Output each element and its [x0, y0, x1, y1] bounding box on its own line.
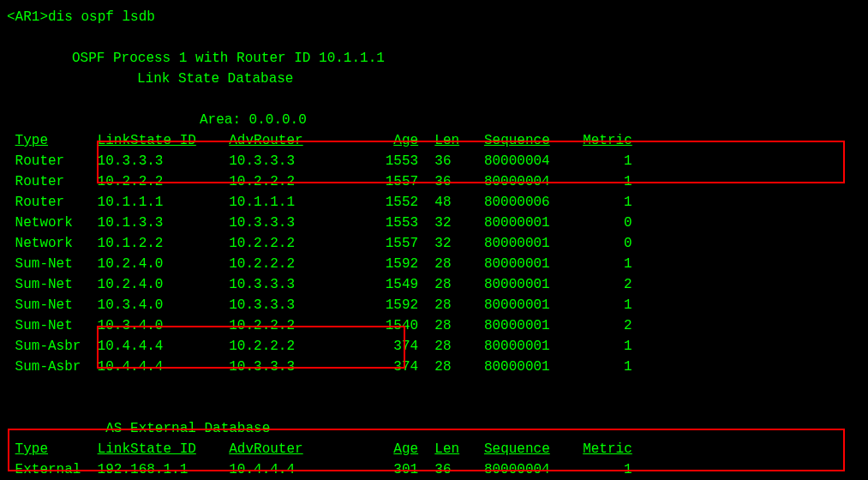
- lsdb-row: Sum-Net 10.3.4.0 10.3.3.3 1592 28 800000…: [7, 295, 861, 315]
- col-age: Age: [393, 133, 418, 148]
- ospf-process-header: OSPF Process 1 with Router ID 10.1.1.1: [7, 48, 861, 69]
- col-linkstate-id: LinkState ID: [98, 133, 196, 148]
- col-len: Len: [434, 133, 459, 148]
- external-column-headers: Type LinkState ID AdvRouter Age Len Sequ…: [7, 439, 861, 459]
- lsdb-row: Router 10.2.2.2 10.2.2.2 1557 36 8000000…: [7, 171, 861, 192]
- command: dis ospf lsdb: [48, 9, 155, 25]
- area-label: Area: 0.0.0.0: [7, 110, 861, 130]
- lsdb-table-body: Router 10.3.3.3 10.3.3.3 1553 36 8000000…: [7, 151, 861, 377]
- prompt: <AR1>: [7, 9, 48, 25]
- blank-line: [7, 377, 861, 398]
- lsdb-row: Sum-Net 10.3.4.0 10.2.2.2 1540 28 800000…: [7, 315, 861, 336]
- col-metric: Metric: [583, 441, 632, 457]
- lsdb-row: Network 10.1.2.2 10.2.2.2 1557 32 800000…: [7, 233, 861, 254]
- lsdb-row: Sum-Asbr 10.4.4.4 10.2.2.2 374 28 800000…: [7, 336, 861, 357]
- lsdb-row: Sum-Net 10.2.4.0 10.2.2.2 1592 28 800000…: [7, 254, 861, 274]
- lsdb-row: Sum-Asbr 10.4.4.4 10.3.3.3 374 28 800000…: [7, 357, 861, 377]
- blank-line: [7, 89, 861, 110]
- lsdb-row: Network 10.1.3.3 10.3.3.3 1553 32 800000…: [7, 213, 861, 233]
- command-prompt-line: <AR1>dis ospf lsdb: [7, 7, 861, 27]
- col-metric: Metric: [583, 133, 632, 148]
- lsdb-header: Link State Database: [7, 69, 861, 89]
- col-advrouter: AdvRouter: [229, 133, 302, 148]
- col-age: Age: [393, 441, 418, 457]
- lsdb-row: Router 10.3.3.3 10.3.3.3 1553 36 8000000…: [7, 151, 861, 171]
- external-db-header: AS External Database: [7, 418, 861, 439]
- blank-line: [7, 398, 861, 418]
- external-row: External 192.168.1.1 10.4.4.4 301 36 800…: [7, 459, 861, 480]
- external-table-body: External 192.168.1.1 10.4.4.4 301 36 800…: [7, 459, 861, 480]
- col-advrouter: AdvRouter: [229, 441, 302, 457]
- col-linkstate-id: LinkState ID: [98, 441, 196, 457]
- col-len: Len: [434, 441, 459, 457]
- lsdb-row: Router 10.1.1.1 10.1.1.1 1552 48 8000000…: [7, 192, 861, 213]
- col-type: Type: [15, 133, 48, 148]
- lsdb-column-headers: Type LinkState ID AdvRouter Age Len Sequ…: [7, 130, 861, 151]
- col-sequence: Sequence: [484, 441, 550, 457]
- col-sequence: Sequence: [484, 133, 550, 148]
- lsdb-row: Sum-Net 10.2.4.0 10.3.3.3 1549 28 800000…: [7, 274, 861, 295]
- col-type: Type: [15, 441, 48, 457]
